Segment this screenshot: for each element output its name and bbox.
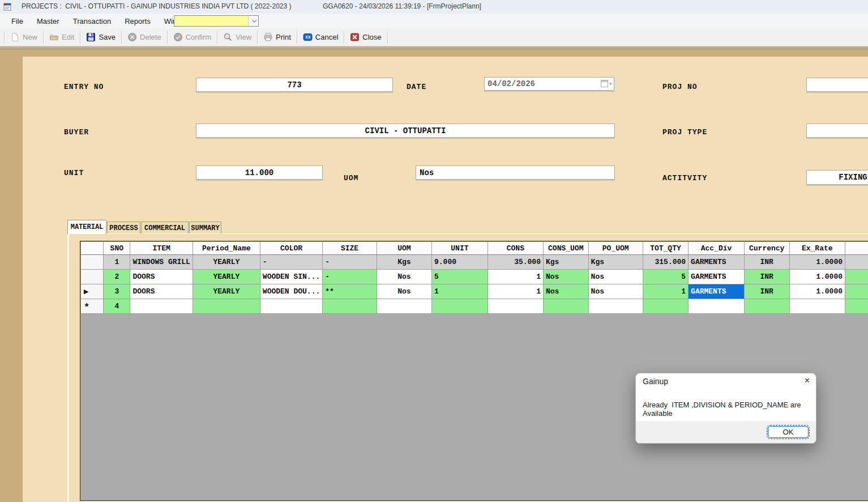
- grid-cell-unit[interactable]: 5: [432, 270, 488, 284]
- grid-cell-item[interactable]: DOORS: [130, 284, 193, 299]
- grid-cell-sno[interactable]: 3: [104, 284, 130, 299]
- grid-cell-po_uom[interactable]: Nos: [588, 284, 643, 299]
- grid-cell-item[interactable]: [130, 299, 193, 314]
- grid-cell-uom[interactable]: Nos: [377, 284, 431, 299]
- grid-row-selector[interactable]: [81, 270, 104, 284]
- grid-cell-unit[interactable]: [432, 299, 488, 314]
- grid-cell-color[interactable]: WOODEN DOU...: [260, 284, 322, 299]
- grid-column-header-ex_rate[interactable]: Ex_Rate: [789, 242, 845, 255]
- close-icon[interactable]: ×: [805, 376, 810, 386]
- grid-cell-currency[interactable]: INR: [744, 255, 789, 270]
- grid-cell-ex_rate[interactable]: [789, 299, 845, 314]
- date-field[interactable]: 04/02/2026 ▾: [484, 77, 614, 91]
- grid-cell-item[interactable]: WINDOWS GRILL: [130, 255, 193, 270]
- grid-cell-sno[interactable]: 4: [104, 299, 130, 314]
- grid-column-header-po_uom[interactable]: PO_UOM: [588, 242, 643, 255]
- grid-cell-color[interactable]: -: [260, 255, 322, 270]
- grid-column-header-unit[interactable]: UNIT: [432, 242, 488, 255]
- menu-item-master[interactable]: Master: [30, 15, 66, 28]
- activity-field[interactable]: FIXING: [806, 170, 868, 185]
- grid-cell-acc_div[interactable]: GARMENTS: [689, 284, 745, 299]
- grid-cell-tot_qty[interactable]: 5: [643, 270, 688, 284]
- grid-cell-acc_div[interactable]: GARMENTS: [689, 270, 745, 284]
- grid-column-header-uom[interactable]: UOM: [377, 242, 431, 255]
- combo-dropdown-button[interactable]: [248, 16, 258, 26]
- grid-cell-period_name[interactable]: YEARLY: [193, 270, 260, 284]
- cancel-button[interactable]: Cancel: [298, 31, 343, 44]
- grid-cell-cons[interactable]: 35.000: [488, 255, 543, 270]
- buyer-field[interactable]: CIVIL - OTTUPATTI: [196, 124, 615, 138]
- uom-field[interactable]: Nos: [416, 165, 615, 180]
- grid-cell-sno[interactable]: 1: [104, 255, 130, 270]
- window-selector-combo[interactable]: [174, 15, 259, 27]
- grid-cell-unit[interactable]: 1: [432, 284, 488, 299]
- grid-cell-cons_uom[interactable]: Nos: [543, 284, 588, 299]
- grid-column-header-tot_qty[interactable]: TOT_QTY: [643, 242, 688, 255]
- grid-cell-cons_uom[interactable]: Nos: [543, 270, 588, 284]
- menu-item-file[interactable]: File: [5, 15, 30, 28]
- save-button[interactable]: Save: [82, 31, 120, 44]
- grid-column-header-sno[interactable]: SNO: [104, 242, 130, 255]
- grid-cell-uom[interactable]: Kgs: [377, 255, 431, 270]
- grid-column-header-currency[interactable]: Currency: [744, 242, 789, 255]
- grid-cell-tot_qty[interactable]: 1: [643, 284, 688, 299]
- grid-cell-currency[interactable]: INR: [744, 270, 789, 284]
- grid-cell-unit[interactable]: 9.000: [432, 255, 488, 270]
- grid-cell-cons[interactable]: [488, 299, 543, 314]
- grid-column-header-cons_uom[interactable]: CONS_UOM: [543, 242, 588, 255]
- grid-cell-cons_uom[interactable]: Kgs: [543, 255, 588, 270]
- print-button[interactable]: Print: [259, 31, 296, 44]
- grid-row-selector[interactable]: *: [81, 299, 104, 314]
- grid-cell-period_name[interactable]: [193, 299, 260, 314]
- grid-row-selector[interactable]: [81, 255, 104, 270]
- grid-cell-po_uom[interactable]: [588, 299, 643, 314]
- grid-cell-period_name[interactable]: YEARLY: [193, 284, 260, 299]
- menu-item-reports[interactable]: Reports: [118, 15, 157, 28]
- grid-cell-color[interactable]: [260, 299, 322, 314]
- tab-material[interactable]: MATERIAL: [67, 220, 106, 234]
- grid-cell-uom[interactable]: [377, 299, 431, 314]
- close-button[interactable]: Close: [345, 31, 386, 44]
- grid-cell-po_uom[interactable]: Nos: [588, 270, 643, 284]
- grid-cell-period_name[interactable]: YEARLY: [193, 255, 260, 270]
- grid-column-header-item[interactable]: ITEM: [130, 242, 193, 255]
- grid-column-header-period_name[interactable]: Period_Name: [193, 242, 260, 255]
- proj-type-field[interactable]: [806, 124, 868, 138]
- entry-no-field[interactable]: 773: [196, 78, 393, 92]
- unit-field[interactable]: 11.000: [196, 165, 323, 180]
- grid-cell-size[interactable]: -: [323, 270, 377, 284]
- grid-cell-acc_div[interactable]: [689, 299, 745, 314]
- grid-cell-cons[interactable]: 1: [488, 284, 543, 299]
- grid-cell-sno[interactable]: 2: [104, 270, 130, 284]
- grid-cell-currency[interactable]: [744, 299, 789, 314]
- grid-cell-ex_rate[interactable]: 1.0000: [789, 270, 845, 284]
- grid-row-selector[interactable]: ▶: [81, 284, 104, 299]
- grid-cell-tot_qty[interactable]: 315.000: [643, 255, 688, 270]
- grid-column-header-size[interactable]: SIZE: [323, 242, 377, 255]
- proj-no-field[interactable]: [806, 78, 868, 92]
- grid-cell-uom[interactable]: Nos: [377, 270, 431, 284]
- grid-cell-po_uom[interactable]: Kgs: [588, 255, 643, 270]
- grid-cell-color[interactable]: WOODEN SIN...: [260, 270, 322, 284]
- grid-cell-size[interactable]: -: [323, 255, 377, 270]
- grid-column-header-cons[interactable]: CONS: [488, 242, 543, 255]
- grid-cell-size[interactable]: **: [323, 284, 377, 299]
- grid-column-header-color[interactable]: COLOR: [260, 242, 322, 255]
- grid-cell-ex_rate[interactable]: 1.0000: [789, 284, 845, 299]
- ok-button[interactable]: OK: [768, 426, 809, 438]
- grid-cell-item[interactable]: DOORS: [130, 270, 193, 284]
- grid-cell-cons_uom[interactable]: [543, 299, 588, 314]
- calendar-icon[interactable]: [601, 80, 608, 87]
- tab-commercial[interactable]: COMMERCIAL: [141, 222, 189, 234]
- grid-cell-acc_div[interactable]: GARMENTS: [689, 255, 745, 270]
- date-dropdown-icon[interactable]: ▾: [609, 80, 612, 87]
- grid-cell-ex_rate[interactable]: 1.0000: [789, 255, 845, 270]
- menu-item-transaction[interactable]: Transaction: [66, 15, 118, 28]
- tab-process[interactable]: PROCESS: [107, 222, 140, 234]
- grid-cell-size[interactable]: [323, 299, 377, 314]
- grid-cell-currency[interactable]: INR: [744, 284, 789, 299]
- grid-cell-cons[interactable]: 1: [488, 270, 543, 284]
- tab-summary[interactable]: SUMMARY: [189, 222, 221, 234]
- grid-cell-tot_qty[interactable]: [643, 299, 688, 314]
- grid-column-header-acc_div[interactable]: Acc_Div: [689, 242, 745, 255]
